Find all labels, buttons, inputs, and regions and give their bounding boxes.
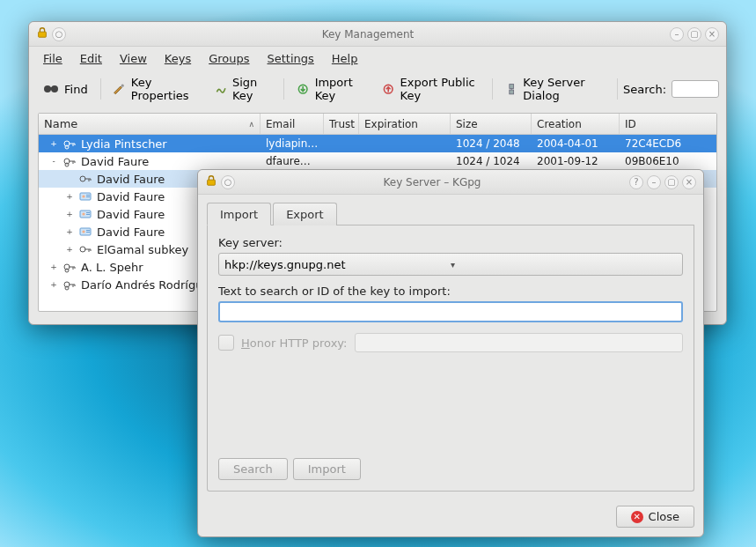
key-properties-button[interactable]: Key Properties <box>106 72 203 106</box>
import-key-button[interactable]: Import Key <box>290 72 371 106</box>
close-icon: ✕ <box>631 511 643 523</box>
tab-import[interactable]: Import <box>207 203 271 225</box>
honor-proxy-label: Honor HTTP proxy: <box>241 336 348 350</box>
column-id[interactable]: ID <box>620 114 716 134</box>
column-size[interactable]: Size <box>451 114 532 134</box>
tab-export[interactable]: Export <box>273 203 337 225</box>
menu-file[interactable]: File <box>34 48 71 69</box>
lock-icon <box>36 26 48 41</box>
svg-rect-21 <box>86 212 90 213</box>
svg-rect-25 <box>86 230 90 231</box>
svg-point-24 <box>82 230 84 233</box>
sort-asc-icon: ∧ <box>248 120 254 129</box>
menu-settings[interactable]: Settings <box>259 48 323 69</box>
row-name: Darío Andrés Rodrígue <box>81 278 209 292</box>
svg-rect-22 <box>86 214 90 215</box>
sticky-button[interactable]: ○ <box>221 175 235 189</box>
key-server-dialog: ○ Key Server – KGpg ? – ▢ × Import Expor… <box>197 169 704 537</box>
minimize-button[interactable]: – <box>647 175 661 189</box>
row-name: ElGamal subkey <box>97 243 188 256</box>
expander-icon[interactable]: + <box>65 192 74 201</box>
export-key-button[interactable]: Export Public Key <box>375 72 487 106</box>
expander-icon[interactable]: + <box>49 280 58 289</box>
column-expiration[interactable]: Expiration <box>359 114 451 134</box>
row-id: 09B06E10 <box>620 155 716 167</box>
svg-rect-26 <box>86 232 90 233</box>
column-email[interactable]: Email <box>261 114 324 134</box>
row-creation: 2004-04-01 <box>532 137 620 150</box>
key-icon <box>77 225 93 239</box>
menu-groups[interactable]: Groups <box>200 48 258 69</box>
expander-icon[interactable]: + <box>49 262 58 271</box>
search-text-label: Text to search or ID of the key to impor… <box>218 285 683 298</box>
expander-icon[interactable]: + <box>65 227 74 236</box>
search-input[interactable] <box>672 80 719 98</box>
menu-view[interactable]: View <box>111 48 156 69</box>
row-name: David Faure <box>97 225 165 239</box>
column-name[interactable]: Name∧ <box>39 114 261 134</box>
key-icon <box>62 277 77 292</box>
find-button[interactable]: Find <box>36 78 95 100</box>
help-button[interactable]: ? <box>629 175 643 189</box>
sticky-button[interactable]: ○ <box>52 27 66 41</box>
row-name: David Faure <box>97 208 165 221</box>
dialog-titlebar: ○ Key Server – KGpg ? – ▢ × <box>198 170 703 195</box>
menubar: File Edit View Keys Groups Settings Help <box>29 47 726 69</box>
tab-row: Import Export <box>207 202 694 225</box>
column-creation[interactable]: Creation <box>532 114 620 134</box>
key-server-value: hkp://keys.gnupg.net <box>224 258 451 271</box>
row-name: David Faure <box>97 190 165 203</box>
signature-icon <box>215 81 227 97</box>
maximize-button[interactable]: ▢ <box>664 175 679 189</box>
svg-rect-7 <box>510 84 514 88</box>
column-trust[interactable]: Trust <box>324 114 359 134</box>
key-icon <box>77 207 93 221</box>
window-title: Key Management <box>66 28 670 41</box>
row-creation: 2001-09-12 <box>532 155 620 167</box>
proxy-input <box>355 333 684 352</box>
menu-edit[interactable]: Edit <box>71 48 111 69</box>
search-text-input[interactable] <box>218 301 683 322</box>
toolbar-separator <box>283 78 284 100</box>
menu-help[interactable]: Help <box>323 48 367 69</box>
close-dialog-button[interactable]: ✕ Close <box>616 506 694 528</box>
table-row[interactable]: +Lydia Pintscherlydiapint…1024 / 2048200… <box>39 135 716 152</box>
row-name: A. L. Spehr <box>81 261 143 274</box>
dialog-title: Key Server – KGpg <box>235 176 629 188</box>
row-size: 1024 / 1024 <box>451 155 532 167</box>
row-email: dfaure@… <box>261 155 324 167</box>
search-button[interactable]: Search <box>218 458 288 480</box>
main-titlebar: ○ Key Management – ▢ × <box>29 22 726 47</box>
svg-rect-0 <box>39 32 47 37</box>
row-id: 72C4ECD6 <box>620 137 716 150</box>
svg-point-20 <box>82 212 84 215</box>
key-icon <box>77 189 93 203</box>
close-button[interactable]: × <box>682 175 696 189</box>
key-server-label: Key server: <box>218 236 683 249</box>
close-button[interactable]: × <box>705 27 719 41</box>
table-row[interactable]: -David Fauredfaure@…1024 / 10242001-09-1… <box>39 152 716 170</box>
expander-icon[interactable]: - <box>49 157 58 166</box>
search-label: Search: <box>623 83 666 96</box>
minimize-button[interactable]: – <box>670 27 684 41</box>
key-server-dialog-button[interactable]: Key Server Dialog <box>498 72 612 106</box>
expander-icon[interactable]: + <box>65 210 74 218</box>
server-icon <box>505 81 517 97</box>
row-email: lydiapint… <box>261 137 324 150</box>
toolbar-separator <box>617 78 618 100</box>
row-name: David Faure <box>81 155 149 168</box>
pen-key-icon <box>113 81 125 97</box>
svg-point-4 <box>121 84 124 86</box>
import-icon <box>297 81 309 97</box>
import-button[interactable]: Import <box>293 458 361 480</box>
expander-icon[interactable]: + <box>49 139 58 148</box>
expander-icon[interactable]: + <box>65 245 74 254</box>
sign-key-button[interactable]: Sign Key <box>208 72 279 106</box>
maximize-button[interactable]: ▢ <box>687 27 701 41</box>
key-icon <box>62 154 77 168</box>
svg-point-16 <box>82 195 84 197</box>
lock-icon <box>205 174 217 189</box>
honor-proxy-checkbox[interactable] <box>218 335 234 351</box>
key-server-combo[interactable]: hkp://keys.gnupg.net ▾ <box>218 253 683 276</box>
menu-keys[interactable]: Keys <box>156 48 200 69</box>
